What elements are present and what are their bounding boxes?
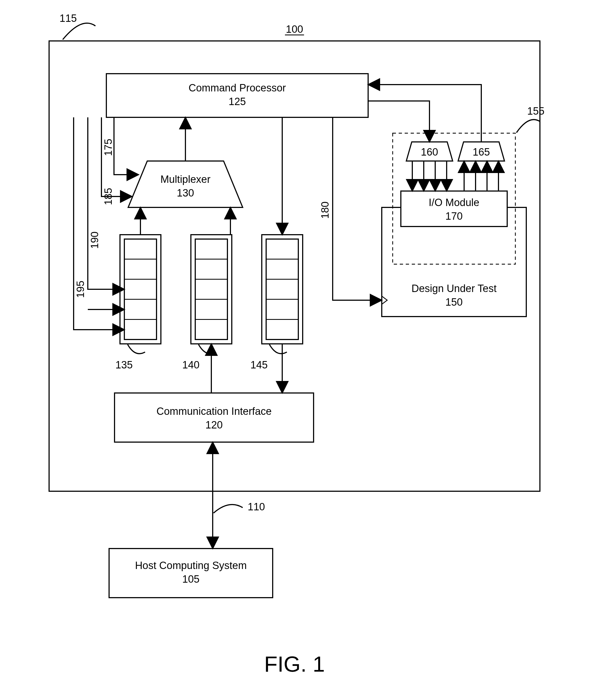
comm-interface-box: [115, 393, 314, 442]
wire-175: [114, 117, 139, 175]
buffer-b-leader: [199, 344, 216, 354]
ref-180: 180: [319, 201, 331, 219]
wire-185: [102, 117, 132, 196]
buffer-c-ref: 145: [250, 359, 267, 371]
multiplexer-ref: 130: [177, 187, 194, 199]
buffer-b-ref: 140: [182, 359, 199, 371]
ref-top: 100: [286, 23, 303, 35]
svg-rect-7: [195, 239, 227, 339]
command-processor-box: [106, 74, 368, 117]
svg-rect-0: [120, 235, 161, 344]
trap-165-ref: 165: [472, 146, 490, 158]
buffer-c: [262, 235, 303, 344]
comm-interface-label: Communication Interface: [157, 406, 271, 417]
leader-110: [213, 505, 243, 513]
svg-rect-13: [266, 239, 298, 339]
ref-195: 195: [75, 281, 86, 298]
ref-190: 190: [89, 232, 101, 249]
ref-110: 110: [248, 501, 265, 513]
design-under-test-label: Design Under Test: [411, 283, 497, 294]
wire-180: [333, 117, 382, 300]
command-processor-label: Command Processor: [189, 82, 286, 94]
ref-185: 185: [103, 188, 114, 205]
ref-175: 175: [103, 139, 114, 156]
buffer-a-ref: 135: [115, 359, 133, 371]
diagram-svg: 115 100 Command Processor 125 Multiplexe…: [0, 0, 589, 700]
leader-outer: [63, 23, 95, 39]
buffer-a: [120, 235, 161, 344]
figure-caption: FIG. 1: [264, 652, 325, 676]
diagram-page: 115 100 Command Processor 125 Multiplexe…: [0, 0, 589, 700]
arrow-cmd-to-160: [368, 101, 429, 142]
buffer-c-leader: [269, 344, 287, 354]
multiplexer-label: Multiplexer: [160, 173, 210, 185]
svg-rect-12: [262, 235, 303, 344]
comm-interface-ref: 120: [205, 419, 222, 431]
host-ref: 105: [182, 573, 199, 585]
leader-io-group: [517, 120, 540, 133]
ref-io-group: 155: [527, 105, 544, 117]
trap-160-ref: 160: [421, 146, 438, 158]
svg-rect-1: [124, 239, 157, 339]
host-label: Host Computing System: [135, 560, 247, 571]
host-box: [109, 549, 273, 598]
io-module-label: I/O Module: [429, 197, 479, 208]
buffer-a-leader: [128, 344, 145, 354]
design-under-test-ref: 150: [445, 296, 462, 308]
ref-outer: 115: [59, 13, 76, 24]
command-processor-ref: 125: [228, 96, 246, 107]
io-module-ref: 170: [445, 211, 462, 222]
svg-rect-6: [191, 235, 232, 344]
buffer-b: [191, 235, 232, 344]
